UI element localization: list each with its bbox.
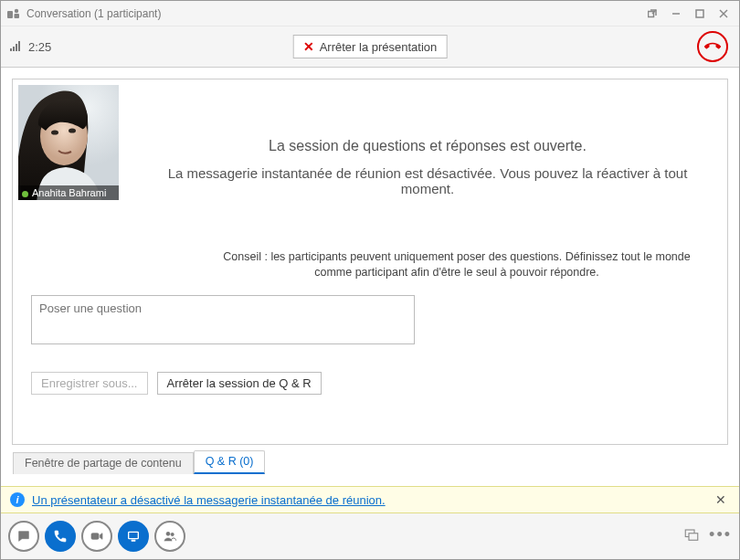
hangup-button[interactable] — [697, 31, 728, 62]
svg-rect-9 — [13, 47, 15, 51]
info-icon: i — [10, 492, 25, 507]
svg-rect-22 — [689, 533, 698, 540]
participants-button[interactable] — [154, 521, 185, 552]
bottom-right-controls: ••• — [683, 525, 732, 548]
participant-name-strip: Anahita Bahrami — [18, 185, 119, 200]
status-bar: 2:25 ✕ Arrêter la présentation — [1, 26, 739, 68]
layout-icon[interactable] — [683, 527, 700, 546]
share-button[interactable] — [118, 521, 149, 552]
minimize-button[interactable] — [664, 5, 688, 23]
svg-rect-16 — [91, 534, 99, 540]
im-button[interactable] — [8, 521, 39, 552]
svg-point-19 — [166, 532, 170, 535]
svg-point-20 — [171, 533, 174, 535]
signal-icon — [10, 39, 23, 55]
svg-point-14 — [51, 130, 58, 134]
content-area: Anahita Bahrami La session de questions … — [12, 79, 728, 445]
question-input[interactable] — [31, 295, 415, 344]
close-icon: ✕ — [303, 39, 314, 54]
call-duration: 2:25 — [28, 40, 51, 54]
participant-video-tile[interactable]: Anahita Bahrami — [18, 85, 119, 200]
qna-open-message: La session de questions et réponses est … — [143, 138, 713, 154]
popout-button[interactable] — [640, 5, 664, 23]
participant-name: Anahita Bahrami — [32, 187, 106, 198]
tab-strip: Fenêtre de partage de contenu Q & R (0) — [13, 450, 265, 474]
title-bar: Conversation (1 participant) — [1, 1, 739, 26]
stop-presentation-button[interactable]: ✕ Arrêter la présentation — [293, 35, 448, 58]
stop-qna-button[interactable]: Arrêter la session de Q & R — [157, 372, 322, 395]
main-messages: La session de questions et réponses est … — [143, 138, 713, 196]
close-button[interactable] — [712, 5, 735, 23]
tab-qna[interactable]: Q & R (0) — [194, 450, 266, 474]
close-infobar-button[interactable]: ✕ — [712, 492, 730, 507]
info-bar: i Un présentateur a désactivé la message… — [1, 486, 739, 513]
svg-point-15 — [69, 128, 76, 132]
more-options-button[interactable]: ••• — [709, 525, 732, 548]
window-title: Conversation (1 participant) — [26, 7, 640, 20]
svg-point-1 — [15, 8, 18, 12]
maximize-button[interactable] — [688, 5, 712, 23]
status-left: 2:25 — [10, 39, 51, 55]
audio-button[interactable] — [45, 521, 76, 552]
button-row: Enregistrer sous... Arrêter la session d… — [31, 372, 322, 395]
svg-rect-2 — [15, 14, 20, 18]
svg-rect-10 — [16, 44, 17, 51]
svg-rect-11 — [18, 41, 20, 51]
stop-presentation-label: Arrêter la présentation — [320, 40, 438, 54]
save-as-button[interactable]: Enregistrer sous... — [31, 372, 148, 395]
bottom-bar: ••• — [1, 513, 739, 559]
svg-rect-17 — [129, 532, 139, 538]
info-message-link[interactable]: Un présentateur a désactivé la messageri… — [32, 493, 704, 507]
svg-rect-5 — [696, 10, 703, 17]
im-disabled-message: La messagerie instantanée de réunion est… — [143, 165, 713, 196]
participant-photo — [18, 85, 119, 200]
svg-rect-8 — [10, 48, 12, 51]
presence-dot — [22, 191, 28, 197]
svg-rect-0 — [7, 11, 13, 18]
video-button[interactable] — [81, 521, 112, 552]
tab-content-share[interactable]: Fenêtre de partage de contenu — [13, 452, 194, 474]
tip-text: Conseil : les participants peuvent uniqu… — [223, 249, 691, 280]
app-icon — [6, 6, 21, 21]
svg-rect-18 — [132, 540, 135, 541]
